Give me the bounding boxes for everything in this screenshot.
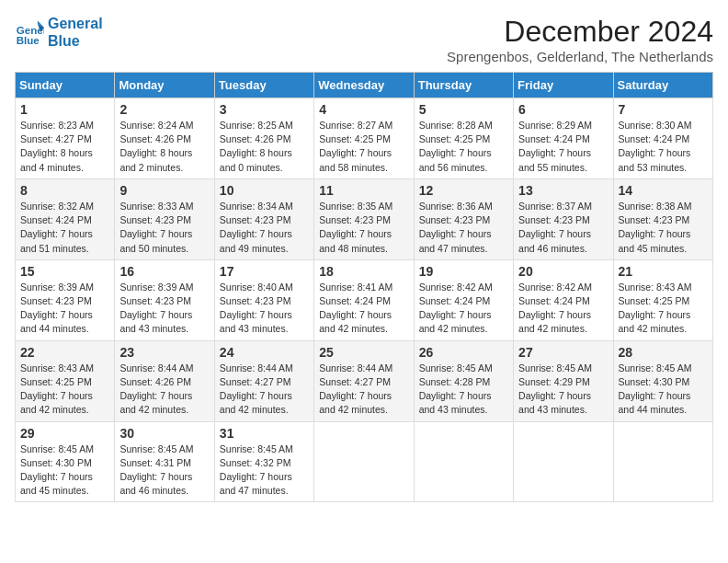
calendar-cell — [514, 421, 613, 502]
day-info: Sunrise: 8:45 AMSunset: 4:30 PMDaylight:… — [20, 442, 109, 499]
calendar-cell: 13Sunrise: 8:37 AMSunset: 4:23 PMDayligh… — [514, 178, 613, 259]
day-number: 25 — [319, 345, 408, 360]
header-thursday: Thursday — [414, 73, 513, 98]
day-number: 26 — [419, 345, 508, 360]
calendar-cell: 25Sunrise: 8:44 AMSunset: 4:27 PMDayligh… — [314, 340, 414, 421]
header-wednesday: Wednesday — [314, 73, 414, 98]
logo-text: General Blue — [48, 15, 103, 50]
day-number: 21 — [619, 264, 708, 279]
day-info: Sunrise: 8:39 AMSunset: 4:23 PMDaylight:… — [119, 281, 209, 337]
day-info: Sunrise: 8:38 AMSunset: 4:23 PMDaylight:… — [619, 200, 708, 256]
day-number: 20 — [518, 264, 608, 279]
calendar-week-row: 8Sunrise: 8:32 AMSunset: 4:24 PMDaylight… — [16, 178, 713, 259]
day-number: 2 — [119, 102, 209, 117]
logo-icon: General Blue — [15, 17, 44, 47]
day-number: 3 — [220, 102, 309, 117]
day-info: Sunrise: 8:45 AMSunset: 4:32 PMDaylight:… — [220, 442, 309, 499]
day-number: 6 — [518, 102, 608, 117]
day-number: 14 — [619, 183, 708, 198]
day-info: Sunrise: 8:32 AMSunset: 4:24 PMDaylight:… — [20, 200, 109, 256]
day-number: 10 — [220, 183, 309, 198]
day-info: Sunrise: 8:43 AMSunset: 4:25 PMDaylight:… — [20, 362, 109, 418]
day-number: 19 — [419, 264, 508, 279]
day-info: Sunrise: 8:40 AMSunset: 4:23 PMDaylight:… — [220, 281, 309, 337]
day-number: 30 — [119, 426, 209, 441]
calendar-cell: 11Sunrise: 8:35 AMSunset: 4:23 PMDayligh… — [314, 178, 414, 259]
header-friday: Friday — [514, 73, 613, 98]
day-number: 31 — [220, 426, 309, 441]
calendar-cell: 7Sunrise: 8:30 AMSunset: 4:24 PMDaylight… — [613, 98, 712, 179]
calendar-cell: 23Sunrise: 8:44 AMSunset: 4:26 PMDayligh… — [115, 340, 214, 421]
calendar-cell — [314, 421, 414, 502]
day-info: Sunrise: 8:34 AMSunset: 4:23 PMDaylight:… — [220, 200, 309, 256]
calendar-cell: 5Sunrise: 8:28 AMSunset: 4:25 PMDaylight… — [414, 98, 513, 179]
calendar-header-row: SundayMondayTuesdayWednesdayThursdayFrid… — [16, 73, 713, 98]
day-info: Sunrise: 8:44 AMSunset: 4:27 PMDaylight:… — [319, 362, 408, 418]
day-info: Sunrise: 8:37 AMSunset: 4:23 PMDaylight:… — [518, 200, 608, 256]
calendar-cell: 18Sunrise: 8:41 AMSunset: 4:24 PMDayligh… — [314, 259, 414, 340]
svg-text:Blue: Blue — [17, 36, 40, 47]
calendar-cell — [613, 421, 712, 502]
day-number: 28 — [619, 345, 708, 360]
day-number: 13 — [518, 183, 608, 198]
day-number: 17 — [220, 264, 309, 279]
calendar-cell: 24Sunrise: 8:44 AMSunset: 4:27 PMDayligh… — [214, 340, 313, 421]
calendar-cell: 22Sunrise: 8:43 AMSunset: 4:25 PMDayligh… — [16, 340, 115, 421]
calendar-week-row: 1Sunrise: 8:23 AMSunset: 4:27 PMDaylight… — [16, 98, 713, 179]
day-info: Sunrise: 8:24 AMSunset: 4:26 PMDaylight:… — [119, 119, 209, 175]
calendar-cell: 12Sunrise: 8:36 AMSunset: 4:23 PMDayligh… — [414, 178, 513, 259]
subtitle: Sprengenbos, Gelderland, The Netherlands — [447, 49, 713, 64]
day-info: Sunrise: 8:45 AMSunset: 4:31 PMDaylight:… — [119, 442, 209, 499]
title-block: December 2024 Sprengenbos, Gelderland, T… — [447, 15, 713, 64]
day-number: 29 — [20, 426, 109, 441]
day-number: 7 — [619, 102, 708, 117]
calendar-cell: 15Sunrise: 8:39 AMSunset: 4:23 PMDayligh… — [16, 259, 115, 340]
day-info: Sunrise: 8:41 AMSunset: 4:24 PMDaylight:… — [319, 281, 408, 337]
day-number: 23 — [119, 345, 209, 360]
day-info: Sunrise: 8:29 AMSunset: 4:24 PMDaylight:… — [518, 119, 608, 175]
calendar-cell: 20Sunrise: 8:42 AMSunset: 4:24 PMDayligh… — [514, 259, 613, 340]
day-info: Sunrise: 8:36 AMSunset: 4:23 PMDaylight:… — [419, 200, 508, 256]
calendar-cell: 4Sunrise: 8:27 AMSunset: 4:25 PMDaylight… — [314, 98, 414, 179]
calendar-cell: 27Sunrise: 8:45 AMSunset: 4:29 PMDayligh… — [514, 340, 613, 421]
header-tuesday: Tuesday — [214, 73, 313, 98]
day-info: Sunrise: 8:45 AMSunset: 4:28 PMDaylight:… — [419, 362, 508, 418]
header-monday: Monday — [115, 73, 214, 98]
day-number: 12 — [419, 183, 508, 198]
page-header: General Blue General Blue December 2024 … — [15, 15, 713, 64]
calendar-cell: 1Sunrise: 8:23 AMSunset: 4:27 PMDaylight… — [16, 98, 115, 179]
day-number: 5 — [419, 102, 508, 117]
day-info: Sunrise: 8:42 AMSunset: 4:24 PMDaylight:… — [419, 281, 508, 337]
calendar-cell: 29Sunrise: 8:45 AMSunset: 4:30 PMDayligh… — [16, 421, 115, 502]
logo-line1: General — [48, 16, 103, 31]
day-info: Sunrise: 8:35 AMSunset: 4:23 PMDaylight:… — [319, 200, 408, 256]
day-info: Sunrise: 8:23 AMSunset: 4:27 PMDaylight:… — [20, 119, 109, 175]
day-info: Sunrise: 8:28 AMSunset: 4:25 PMDaylight:… — [419, 119, 508, 175]
main-title: December 2024 — [447, 15, 713, 49]
calendar-cell: 31Sunrise: 8:45 AMSunset: 4:32 PMDayligh… — [214, 421, 313, 502]
calendar-cell: 28Sunrise: 8:45 AMSunset: 4:30 PMDayligh… — [613, 340, 712, 421]
calendar-cell: 30Sunrise: 8:45 AMSunset: 4:31 PMDayligh… — [115, 421, 214, 502]
day-info: Sunrise: 8:27 AMSunset: 4:25 PMDaylight:… — [319, 119, 408, 175]
calendar-cell — [414, 421, 513, 502]
calendar-table: SundayMondayTuesdayWednesdayThursdayFrid… — [15, 72, 713, 502]
calendar-cell: 9Sunrise: 8:33 AMSunset: 4:23 PMDaylight… — [115, 178, 214, 259]
day-number: 24 — [220, 345, 309, 360]
day-number: 11 — [319, 183, 408, 198]
day-info: Sunrise: 8:45 AMSunset: 4:29 PMDaylight:… — [518, 362, 608, 418]
day-info: Sunrise: 8:25 AMSunset: 4:26 PMDaylight:… — [220, 119, 309, 175]
calendar-cell: 3Sunrise: 8:25 AMSunset: 4:26 PMDaylight… — [214, 98, 313, 179]
header-saturday: Saturday — [613, 73, 712, 98]
header-sunday: Sunday — [16, 73, 115, 98]
calendar-cell: 6Sunrise: 8:29 AMSunset: 4:24 PMDaylight… — [514, 98, 613, 179]
calendar-week-row: 15Sunrise: 8:39 AMSunset: 4:23 PMDayligh… — [16, 259, 713, 340]
calendar-cell: 14Sunrise: 8:38 AMSunset: 4:23 PMDayligh… — [613, 178, 712, 259]
calendar-cell: 2Sunrise: 8:24 AMSunset: 4:26 PMDaylight… — [115, 98, 214, 179]
day-number: 8 — [20, 183, 109, 198]
day-info: Sunrise: 8:30 AMSunset: 4:24 PMDaylight:… — [619, 119, 708, 175]
day-number: 18 — [319, 264, 408, 279]
day-info: Sunrise: 8:45 AMSunset: 4:30 PMDaylight:… — [619, 362, 708, 418]
day-number: 9 — [119, 183, 209, 198]
calendar-cell: 17Sunrise: 8:40 AMSunset: 4:23 PMDayligh… — [214, 259, 313, 340]
day-info: Sunrise: 8:42 AMSunset: 4:24 PMDaylight:… — [518, 281, 608, 337]
